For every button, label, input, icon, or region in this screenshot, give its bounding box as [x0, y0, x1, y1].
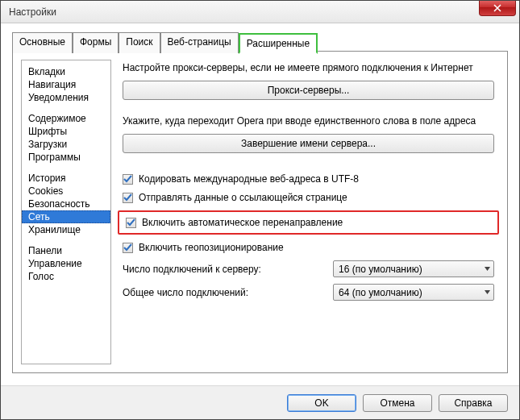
checkbox-row-utf8: Кодировать международные веб-адреса в UT… — [123, 173, 494, 185]
tab-search[interactable]: Поиск — [119, 32, 160, 53]
checkbox-redirect-label: Включить автоматическое перенаправление — [142, 217, 343, 228]
proxy-servers-button[interactable]: Прокси-серверы... — [123, 81, 494, 100]
sidebar-item-voice[interactable]: Голос — [22, 270, 110, 283]
checkbox-redirect[interactable] — [126, 218, 136, 228]
window-title: Настройки — [9, 6, 56, 18]
sidebar-item-history[interactable]: История — [22, 172, 110, 185]
close-icon — [493, 4, 501, 12]
tab-general[interactable]: Основные — [12, 32, 73, 53]
server-name-completion-button[interactable]: Завершение имени сервера... — [123, 134, 494, 153]
checkmark-icon — [123, 243, 132, 252]
sidebar-item-storage[interactable]: Хранилище — [22, 223, 110, 236]
connections-total-combo[interactable]: 64 (по умолчанию) — [333, 284, 494, 301]
sidebar-item-tabs[interactable]: Вкладки — [22, 65, 110, 78]
main-panel: Настройте прокси-серверы, если не имеете… — [111, 60, 499, 364]
connections-server-combo[interactable]: 16 (по умолчанию) — [333, 260, 494, 277]
checkbox-utf8-label: Кодировать международные веб-адреса в UT… — [139, 173, 359, 185]
checkbox-geo[interactable] — [123, 243, 133, 253]
sidebar-item-notifications[interactable]: Уведомления — [22, 91, 110, 104]
field-connections-total: Общее число подключений: 64 (по умолчани… — [123, 284, 494, 301]
checkbox-utf8[interactable] — [123, 174, 133, 185]
checkmark-icon — [127, 218, 135, 227]
sidebar-item-downloads[interactable]: Загрузки — [22, 138, 110, 151]
checkbox-geo-label: Включить геопозиционирование — [139, 242, 284, 253]
redirect-highlight: Включить автоматическое перенаправление — [118, 210, 499, 235]
sidebar-item-fonts[interactable]: Шрифты — [22, 125, 110, 138]
connections-server-label: Число подключений к серверу: — [123, 264, 333, 275]
connections-server-value: 16 (по умолчанию) — [339, 264, 422, 275]
sidebar-item-cookies[interactable]: Cookies — [22, 185, 110, 198]
help-button[interactable]: Справка — [439, 394, 508, 412]
tab-forms[interactable]: Формы — [73, 32, 119, 53]
tab-advanced[interactable]: Расширенные — [239, 33, 318, 54]
tab-content: Вкладки Навигация Уведомления Содержимое… — [12, 51, 508, 373]
sidebar-item-panels[interactable]: Панели — [22, 244, 110, 257]
sidebar-item-security[interactable]: Безопасность — [22, 198, 110, 210]
sidebar-item-content[interactable]: Содержимое — [22, 112, 110, 125]
checkmark-icon — [123, 193, 132, 202]
dialog-footer: OK Отмена Справка — [1, 385, 519, 419]
sidebar-item-navigation[interactable]: Навигация — [22, 78, 110, 91]
titlebar: Настройки — [1, 1, 519, 23]
cancel-button[interactable]: Отмена — [363, 394, 432, 412]
sidebar: Вкладки Навигация Уведомления Содержимое… — [21, 60, 111, 364]
chevron-down-icon — [485, 267, 490, 271]
sidebar-item-programs[interactable]: Программы — [22, 151, 110, 164]
proxy-description: Настройте прокси-серверы, если не имеете… — [123, 61, 494, 74]
checkbox-row-redirect: Включить автоматическое перенаправление — [126, 217, 491, 228]
connections-total-value: 64 (по умолчанию) — [339, 287, 422, 298]
tabs-row: Основные Формы Поиск Веб-страницы Расшир… — [12, 31, 508, 52]
checkbox-row-referrer: Отправлять данные о ссылающейся странице — [123, 192, 494, 203]
dialog-body: Основные Формы Поиск Веб-страницы Расшир… — [1, 23, 519, 381]
checkbox-referrer[interactable] — [123, 193, 133, 203]
sidebar-item-network[interactable]: Сеть — [22, 210, 110, 223]
close-button[interactable] — [479, 0, 516, 16]
ok-button[interactable]: OK — [287, 394, 356, 412]
checkbox-row-geo: Включить геопозиционирование — [123, 242, 494, 253]
checkmark-icon — [123, 175, 132, 184]
connections-total-label: Общее число подключений: — [123, 287, 333, 298]
sidebar-item-management[interactable]: Управление — [22, 257, 110, 270]
singleword-description: Укажите, куда переходит Opera при вводе … — [123, 114, 494, 127]
field-connections-server: Число подключений к серверу: 16 (по умол… — [123, 260, 494, 277]
tab-webpages[interactable]: Веб-страницы — [160, 32, 239, 53]
chevron-down-icon — [485, 290, 490, 294]
checkbox-referrer-label: Отправлять данные о ссылающейся странице — [139, 192, 347, 203]
